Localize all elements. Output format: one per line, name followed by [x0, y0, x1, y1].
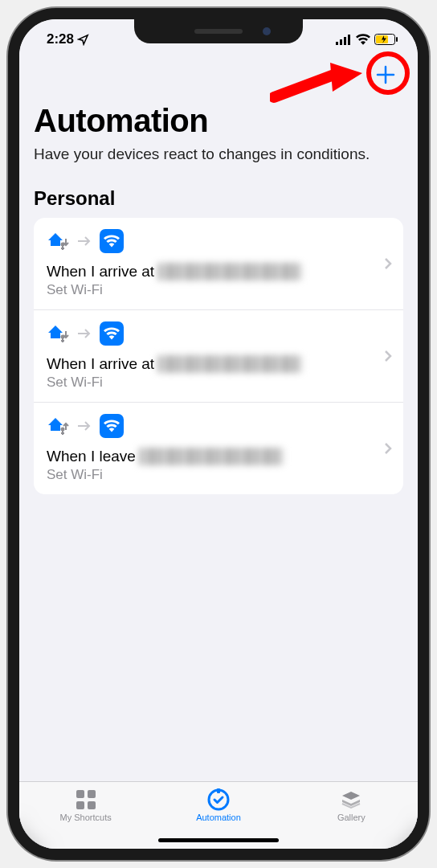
svg-rect-6 [396, 37, 398, 42]
wifi-action-icon [100, 414, 124, 438]
automation-action: Set Wi-Fi [47, 467, 390, 483]
battery-icon [374, 34, 398, 45]
automation-action: Set Wi-Fi [47, 282, 390, 298]
leave-home-icon [47, 416, 69, 436]
content-area: Automation Have your devices react to ch… [19, 95, 418, 781]
arrow-right-icon [77, 420, 92, 432]
tab-label: Gallery [337, 813, 366, 822]
page-title: Automation [34, 103, 403, 139]
svg-rect-15 [76, 790, 84, 798]
home-indicator[interactable] [158, 838, 279, 842]
tab-my-shortcuts[interactable]: My Shortcuts [20, 788, 152, 822]
wifi-action-icon [100, 321, 124, 346]
automation-row[interactable]: When I leave Set Wi-Fi [34, 403, 403, 494]
arrive-home-icon [47, 231, 69, 252]
chevron-right-icon [384, 350, 392, 362]
svg-rect-17 [76, 801, 84, 809]
plus-icon [374, 63, 397, 86]
automation-action: Set Wi-Fi [47, 375, 390, 391]
arrow-right-icon [77, 328, 92, 339]
cellular-icon [336, 34, 352, 45]
phone-frame: 2:28 Automation Have your devices reac [8, 8, 429, 860]
automation-title: When I leave [47, 448, 390, 465]
nav-bar [19, 55, 418, 95]
notch [134, 19, 303, 43]
wifi-icon [356, 34, 370, 45]
screen: 2:28 Automation Have your devices reac [19, 19, 418, 849]
redacted-location [157, 355, 302, 373]
arrive-home-icon [47, 323, 69, 344]
svg-rect-0 [336, 42, 338, 45]
automation-title-prefix: When I arrive at [47, 263, 154, 280]
redacted-location [157, 263, 302, 280]
shortcuts-icon [75, 788, 97, 811]
svg-rect-1 [340, 39, 342, 45]
automation-icon [207, 788, 230, 811]
svg-rect-2 [344, 37, 346, 45]
automation-list: When I arrive at Set Wi-Fi [34, 218, 403, 494]
svg-point-13 [61, 427, 65, 431]
automation-row[interactable]: When I arrive at Set Wi-Fi [34, 218, 403, 310]
location-icon [77, 34, 89, 46]
status-time: 2:28 [47, 31, 74, 47]
svg-rect-18 [88, 801, 96, 809]
gallery-icon [340, 788, 362, 811]
tab-label: My Shortcuts [60, 813, 112, 822]
redacted-location [139, 448, 284, 465]
tab-label: Automation [196, 813, 241, 822]
chevron-right-icon [384, 257, 392, 270]
power-button [418, 192, 421, 264]
row-icons [47, 229, 390, 253]
svg-rect-16 [88, 790, 96, 798]
row-icons [47, 321, 390, 346]
automation-row[interactable]: When I arrive at Set Wi-Fi [34, 310, 403, 403]
svg-rect-3 [348, 35, 350, 45]
tab-gallery[interactable]: Gallery [285, 788, 417, 822]
chevron-right-icon [384, 442, 392, 455]
automation-title: When I arrive at [47, 355, 390, 373]
automation-title-prefix: When I leave [47, 448, 136, 465]
row-icons [47, 414, 390, 438]
arrow-right-icon [77, 235, 92, 247]
automation-title: When I arrive at [47, 263, 390, 280]
svg-rect-20 [217, 788, 220, 793]
add-button[interactable] [370, 59, 402, 91]
wifi-action-icon [100, 229, 124, 253]
tab-automation[interactable]: Automation [153, 788, 284, 822]
section-header-personal: Personal [34, 187, 403, 210]
page-subtitle: Have your devices react to changes in co… [34, 144, 403, 165]
automation-title-prefix: When I arrive at [47, 355, 154, 373]
